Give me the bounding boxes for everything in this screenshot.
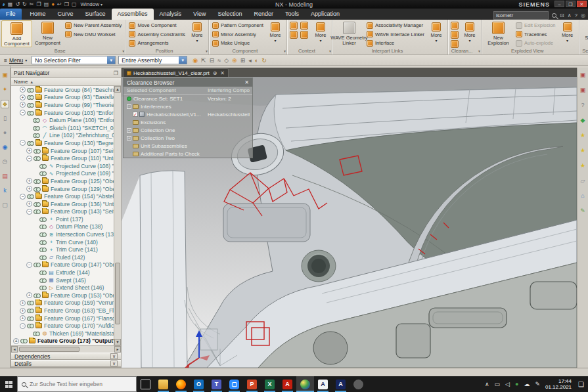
clearance-browser-icon[interactable]	[451, 40, 459, 48]
tree-row[interactable]: ◇Datum Plane (138)	[11, 223, 114, 231]
visibility-glasses-icon[interactable]	[39, 240, 47, 244]
wave-interface-linker-button[interactable]: WAVE Interface Linker	[365, 30, 426, 39]
hd3d-tools-icon[interactable]: ●	[1, 129, 9, 137]
visibility-glasses-icon[interactable]	[39, 271, 47, 274]
scroll-right-icon[interactable]: ▸	[114, 346, 121, 353]
tree-expand-icon[interactable]: −	[26, 209, 32, 215]
search-icon[interactable]	[552, 13, 556, 18]
tree-expand-icon[interactable]: +	[20, 315, 26, 321]
tree-row[interactable]: +Feature Group (153) "Oben_	[11, 292, 114, 299]
part-navigator-icon[interactable]: ❖	[1, 100, 9, 108]
scrollbar-thumb[interactable]	[19, 347, 79, 352]
context-edit-icon[interactable]	[290, 22, 298, 30]
chevron-down-icon[interactable]: ∨	[110, 360, 118, 366]
tree-expand-icon[interactable]: +	[26, 201, 32, 207]
context-window-icon[interactable]	[290, 31, 298, 39]
tree-expand-icon[interactable]: +	[13, 338, 19, 344]
pointer-tool-icon[interactable]: k	[1, 186, 9, 195]
home-view-icon[interactable]: ⌂	[579, 192, 587, 200]
tree-row[interactable]: −Feature Group (143) "Seitlich	[11, 208, 114, 216]
new-component-button[interactable]: NewComponent	[32, 20, 63, 46]
pair-select-icon[interactable]: ⊞	[240, 57, 246, 64]
group-dialog-arrow-icon[interactable]: ▾	[206, 48, 208, 54]
snap-point-icon[interactable]: ◉	[192, 57, 198, 64]
group-dialog-arrow-icon[interactable]: ▾	[122, 48, 124, 54]
tab-render[interactable]: Render	[248, 9, 280, 20]
sort-ascending-icon[interactable]: ▲	[30, 80, 34, 84]
tree-expand-icon[interactable]: +	[20, 95, 26, 100]
tab-view[interactable]: View	[187, 9, 212, 20]
clearance-row[interactable]: Clearance Set: SET1Version: 2	[124, 95, 252, 102]
context-show-icon[interactable]	[300, 22, 308, 30]
visibility-glasses-icon[interactable]	[39, 217, 47, 221]
tree-expand-icon[interactable]: +	[20, 300, 26, 306]
filter-tree-icon[interactable]: ⊟	[210, 57, 215, 64]
taskbar-app-mathcad-2[interactable]: A	[332, 376, 350, 392]
tree-row[interactable]: ▦Swept (145)	[11, 276, 114, 284]
tree-expand-icon[interactable]: -	[127, 104, 131, 109]
tree-row[interactable]: −Feature Group (110) "Unten"	[11, 154, 114, 162]
wave-geometry-linker-button[interactable]: WAVE GeometryLinker	[334, 20, 365, 46]
new-dmu-workset-button[interactable]: New DMU Workset	[63, 30, 124, 39]
constraint-navigator-icon[interactable]: ✦	[1, 85, 9, 94]
select-face-icon[interactable]: ◇	[224, 57, 229, 64]
tree-row[interactable]: +Feature Group (136) "Unten"	[11, 200, 114, 208]
tab-tools[interactable]: Tools	[279, 9, 305, 20]
chevron-down-icon[interactable]: ∨	[110, 353, 118, 359]
tree-row[interactable]: ∿Projected Curve (108) "B...	[11, 162, 114, 170]
refresh-view-icon[interactable]: ↻	[261, 57, 267, 64]
part-tab[interactable]: Heckabschlussteil_V14_clear.prt ⊕ ✕	[123, 68, 229, 77]
tab-selection[interactable]: Selection	[212, 9, 248, 20]
tab-close-icon[interactable]: ✕	[220, 70, 225, 76]
interpart-more-button[interactable]: More▾	[426, 20, 446, 43]
tree-row[interactable]: −Feature Group (103) "Entformu...	[11, 109, 114, 117]
visibility-glasses-icon[interactable]	[27, 194, 34, 198]
onedrive-icon[interactable]: ☁	[524, 381, 530, 387]
previous-selection-icon[interactable]: ◂	[248, 57, 252, 64]
clearance-row[interactable]: +Collection One	[124, 126, 252, 134]
tree-row[interactable]: +Point (137)	[11, 215, 114, 223]
tablet-mode-icon[interactable]: ▭	[495, 381, 501, 387]
mirror-assembly-button[interactable]: Mirror Assembly	[210, 30, 265, 39]
roles-palette-icon[interactable]: ▤	[1, 172, 9, 181]
tree-horizontal-scrollbar[interactable]: ◂ ▸	[11, 345, 121, 353]
close-icon[interactable]: ✕	[244, 79, 249, 85]
tree-expand-icon[interactable]: +	[20, 87, 26, 93]
tree-row[interactable]: ▷Extend Sheet (146)	[11, 284, 114, 292]
visibility-glasses-icon[interactable]	[27, 309, 34, 313]
magnify-region-icon[interactable]: ⊕	[232, 57, 237, 64]
tree-row[interactable]: +Feature Group (84) "Beschnitt"	[11, 86, 114, 94]
tree-row[interactable]: +Feature Group (129) "Oben_	[11, 185, 114, 193]
selection-filter-combo[interactable]: No Selection Filter ▼	[32, 56, 116, 64]
clearance-row[interactable]: ✓Heckabschlussteil,V1...Heckabschlusstei…	[124, 110, 252, 118]
visibility-glasses-icon[interactable]	[20, 339, 28, 343]
visibility-glasses-icon[interactable]	[39, 255, 47, 259]
visibility-glasses-icon[interactable]	[39, 232, 47, 236]
visibility-glasses-icon[interactable]	[27, 88, 34, 92]
command-finder-input[interactable]	[493, 11, 549, 20]
tree-row[interactable]: +Feature Group (93) "Basisflaec...	[11, 94, 114, 102]
taskbar-search[interactable]	[17, 376, 137, 392]
taskbar-app-excel[interactable]: X	[261, 376, 279, 392]
minimize-ribbon-icon[interactable]: ∧	[568, 12, 572, 18]
tree-row[interactable]: +Feature Group (107) "Seitlich	[11, 147, 114, 155]
tab-home[interactable]: Home	[24, 9, 52, 20]
tree-row[interactable]: ◠Sketch (101) "SKETCH_004"	[11, 124, 114, 132]
taskbar-app-task-view[interactable]	[137, 376, 154, 392]
associativity-manager-button[interactable]: Associativity Manager	[365, 21, 426, 30]
taskbar-app-outlook[interactable]: O	[190, 376, 208, 392]
tree-expand-icon[interactable]: +	[26, 148, 32, 154]
taskbar-clock[interactable]: 17:44 01.12.2021	[545, 378, 572, 390]
tree-vertical-scrollbar[interactable]: ▲ ▼	[114, 86, 121, 345]
visibility-glasses-icon[interactable]	[39, 164, 47, 168]
bookmark-edit-icon[interactable]: ★	[579, 162, 587, 170]
clearance-more-button[interactable]: More▾	[460, 20, 480, 43]
visibility-glasses-icon[interactable]	[39, 278, 47, 282]
visibility-glasses-icon[interactable]	[33, 126, 40, 130]
notification-center-icon[interactable]: ❏	[578, 381, 584, 388]
tab-surface[interactable]: Surface	[79, 9, 112, 20]
close-button[interactable]: ✕	[577, 1, 587, 7]
tree-row[interactable]: −Feature Group (147) "Oben"	[11, 261, 114, 269]
tree-expand-icon[interactable]: +	[26, 186, 32, 192]
tree-expand-icon[interactable]: +	[127, 136, 131, 141]
